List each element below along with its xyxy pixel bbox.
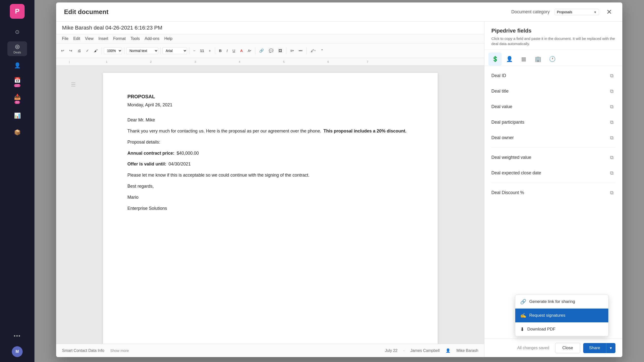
annual-price-value: $40,000.00	[177, 151, 199, 156]
expand-button[interactable]: ⌃	[318, 47, 326, 54]
more-toolbar-button[interactable]: •••	[297, 47, 304, 54]
spellcheck-button[interactable]: ✓	[84, 47, 91, 54]
print-button[interactable]: 🖨	[75, 47, 83, 54]
field-deal-discount-label: Deal Discount %	[491, 190, 524, 195]
doc-scroll[interactable]: ☰ PROPOSAL Monday, April 26, 2021 Dear M…	[56, 66, 484, 344]
sidebar-item-deals[interactable]: ◎ Deals	[8, 41, 27, 56]
insert-menu[interactable]: Insert	[96, 35, 110, 42]
format-paint-button[interactable]: 🖊▾	[309, 47, 318, 54]
redo-button[interactable]: ↪	[67, 47, 74, 54]
dropdown-download-pdf[interactable]: ⬇ Download PDF	[515, 322, 608, 336]
doc-category-wrapper[interactable]: Proposals	[555, 9, 599, 15]
field-deal-title-copy[interactable]: ⧉	[608, 88, 616, 95]
font-increase-button[interactable]: +	[207, 47, 213, 54]
link-button[interactable]: 🔗	[257, 47, 266, 54]
bold-button[interactable]: B	[217, 47, 224, 54]
close-button[interactable]: Close	[555, 343, 580, 353]
toolbar-sep-1	[102, 47, 102, 54]
sidebar-item-more[interactable]: •••	[8, 328, 27, 343]
tab-org[interactable]: 🏢	[531, 52, 544, 66]
annual-price-label: Annual contract price:	[128, 151, 174, 156]
image-button[interactable]: 🖼	[276, 47, 284, 54]
paintformat-button[interactable]: 🖌	[92, 47, 100, 54]
field-deal-value-copy[interactable]: ⧉	[608, 103, 616, 110]
tools-menu[interactable]: Tools	[128, 35, 142, 42]
font-decrease-button[interactable]: −	[191, 47, 198, 54]
font-color-button[interactable]: A	[238, 47, 245, 54]
fields-divider-1	[491, 148, 616, 148]
field-deal-value-label: Deal value	[491, 104, 512, 109]
help-menu[interactable]: Help	[162, 35, 174, 42]
panel-title: Pipedrive fields	[491, 28, 616, 34]
reports-icon: 📊	[14, 112, 21, 119]
proposal-details: Proposal details:	[128, 139, 413, 146]
modal-body: Mike Barash deal 04-26-2021 6:16:23 PM F…	[56, 22, 622, 357]
generate-link-icon: 🔗	[520, 299, 526, 304]
table-tab-icon: ▦	[521, 56, 526, 62]
field-item-deal-weighted-value[interactable]: Deal weighted value ⧉	[484, 150, 622, 165]
greeting: Dear Mr. Mike	[128, 116, 413, 124]
offer-valid-date: 04/30/2021	[169, 162, 191, 166]
org-tab-icon: 🏢	[535, 56, 541, 62]
field-deal-expected-close-copy[interactable]: ⧉	[608, 169, 616, 177]
proposal-title: PROPOSAL	[128, 92, 413, 100]
panel-desc: Click to copy a field and paste it in th…	[491, 36, 616, 46]
share-dropdown-arrow[interactable]: ▾	[606, 343, 616, 353]
style-select[interactable]: Normal text	[126, 47, 158, 54]
sidebar-item-home[interactable]: ⊙	[8, 25, 27, 40]
signer-company: Enterprise Solutions	[128, 205, 413, 212]
activities-icon: 📅	[14, 77, 21, 84]
time-tab-icon: 🕐	[549, 56, 556, 62]
view-menu[interactable]: View	[83, 35, 95, 42]
field-item-deal-discount[interactable]: Deal Discount % ⧉	[484, 185, 622, 200]
format-menu[interactable]: Format	[111, 35, 128, 42]
field-deal-discount-copy[interactable]: ⧉	[608, 189, 616, 196]
field-item-deal-title[interactable]: Deal title ⧉	[484, 84, 622, 99]
doc-category-select[interactable]: Proposals	[555, 9, 599, 15]
comment-button[interactable]: 💬	[267, 47, 276, 54]
tab-deal[interactable]: 💲	[488, 52, 502, 66]
edit-menu[interactable]: Edit	[72, 35, 82, 42]
undo-button[interactable]: ↩	[59, 47, 66, 54]
contact-tab-icon: 👤	[506, 56, 513, 62]
file-menu[interactable]: File	[60, 35, 70, 42]
field-deal-weighted-value-copy[interactable]: ⧉	[608, 154, 616, 161]
show-more-button[interactable]: Show more	[110, 348, 129, 353]
app-logo[interactable]: P	[10, 4, 24, 19]
panel-header: Pipedrive fields Click to copy a field a…	[484, 22, 622, 50]
sidebar-item-activities[interactable]: 📅 227	[8, 75, 27, 90]
field-item-deal-value[interactable]: Deal value ⧉	[484, 99, 622, 114]
editor-section: Mike Barash deal 04-26-2021 6:16:23 PM F…	[56, 22, 484, 357]
doc-page[interactable]: ☰ PROPOSAL Monday, April 26, 2021 Dear M…	[103, 73, 438, 344]
italic-button[interactable]: I	[224, 47, 230, 54]
field-deal-participants-copy[interactable]: ⧉	[608, 118, 616, 126]
annual-price: Annual contract price: $40,000.00	[128, 150, 413, 157]
share-button[interactable]: Share ▾	[583, 343, 616, 353]
sidebar-item-contacts[interactable]: 👤	[8, 58, 27, 73]
align-button[interactable]: ≡▾	[288, 47, 296, 54]
field-item-deal-id[interactable]: Deal ID ⧉	[484, 68, 622, 84]
dropdown-request-signatures[interactable]: ✍ Request signatures	[515, 308, 608, 322]
tab-contact[interactable]: 👤	[503, 52, 516, 66]
addons-menu[interactable]: Add-ons	[143, 35, 162, 42]
avatar[interactable]: M	[12, 346, 23, 357]
field-item-deal-participants[interactable]: Deal participants ⧉	[484, 114, 622, 130]
zoom-select[interactable]: 100%	[104, 47, 122, 54]
highlight-button[interactable]: A▾	[246, 47, 253, 54]
generate-link-label: Generate link for sharing	[529, 299, 575, 304]
font-select[interactable]: Arial	[162, 47, 187, 54]
tab-table[interactable]: ▦	[517, 52, 530, 66]
sidebar-item-reports[interactable]: 📊	[8, 108, 27, 123]
sidebar-item-inbox[interactable]: 📥 53	[8, 92, 27, 106]
tab-time[interactable]: 🕐	[546, 52, 559, 66]
ruler-mark-7: 6	[328, 60, 329, 63]
sidebar-item-products[interactable]: 📦	[8, 125, 27, 140]
field-item-deal-owner[interactable]: Deal owner ⧉	[484, 130, 622, 146]
dropdown-generate-link[interactable]: 🔗 Generate link for sharing	[515, 295, 608, 308]
field-item-deal-expected-close[interactable]: Deal expected close date ⧉	[484, 165, 622, 181]
field-deal-id-copy[interactable]: ⧉	[608, 72, 616, 80]
underline-button[interactable]: U	[231, 47, 237, 54]
modal-close-button[interactable]: ✕	[604, 7, 614, 17]
font-size-display: 11	[198, 48, 206, 53]
field-deal-owner-copy[interactable]: ⧉	[608, 134, 616, 142]
